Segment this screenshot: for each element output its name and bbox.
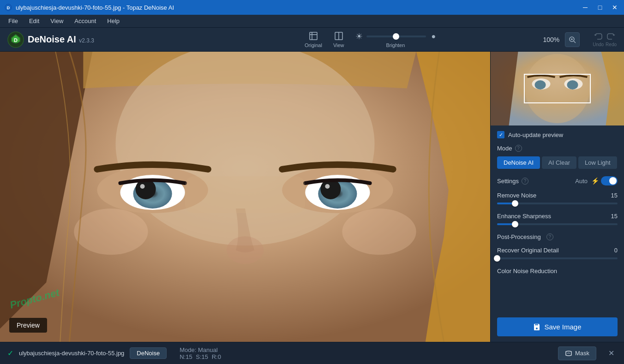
svg-point-24 xyxy=(74,209,148,255)
menu-bar: File Edit View Account Help xyxy=(0,15,624,28)
file-check-icon: ✓ xyxy=(7,349,13,358)
mode-row: Mode ? xyxy=(497,145,618,152)
minimize-button[interactable]: ─ xyxy=(581,4,590,11)
face-svg xyxy=(0,52,490,342)
remove-noise-value: 15 xyxy=(611,192,618,199)
tab-ai-clear[interactable]: AI Clear xyxy=(542,156,576,169)
mask-button[interactable]: Mask xyxy=(558,346,596,360)
menu-help[interactable]: Help xyxy=(102,16,124,26)
undo-redo-group: Undo Redo xyxy=(593,32,617,47)
undo-button[interactable]: Undo xyxy=(593,32,604,47)
panel-content: ✓ Auto-update preview Mode ? DeNoise AI … xyxy=(491,125,624,312)
post-processing-label: Post-Processing xyxy=(497,233,541,240)
menu-account[interactable]: Account xyxy=(70,16,101,26)
svg-text:D: D xyxy=(7,6,10,10)
denoise-badge-button[interactable]: DeNoise xyxy=(130,347,167,359)
s-value: S:15 xyxy=(196,353,208,360)
thumbnail-selection xyxy=(524,74,591,103)
tab-low-light[interactable]: Low Light xyxy=(578,156,617,169)
enhance-sharpness-section: Enhance Sharpness 15 xyxy=(497,213,618,225)
enhance-sharpness-value: 15 xyxy=(611,213,618,220)
post-processing-help-icon[interactable]: ? xyxy=(546,233,553,240)
mode-text: Mode: Manual xyxy=(180,346,217,353)
auto-update-row: ✓ Auto-update preview xyxy=(497,131,618,138)
mode-label: Mode xyxy=(497,145,512,152)
settings-help-icon[interactable]: ? xyxy=(522,178,528,185)
mode-info: Mode: Manual N:15 S:15 R:0 xyxy=(180,346,221,360)
image-area[interactable]: Preview Propto.net xyxy=(0,52,490,342)
app-name-group: DeNoise AI v2.3.3 xyxy=(28,34,94,45)
auto-toggle: ⚡ xyxy=(591,176,618,185)
mode-help-icon[interactable]: ? xyxy=(515,145,522,152)
toolbar-right: 100% Undo Redo xyxy=(541,32,617,47)
sun-icon: ☀ xyxy=(355,31,363,42)
thumbnail-area xyxy=(491,52,624,125)
redo-label: Redo xyxy=(606,42,617,47)
svg-point-25 xyxy=(342,209,416,255)
post-processing-row: Post-Processing ? xyxy=(497,233,618,240)
title-bar-text: ulybajuschiesja-devushki-70-foto-55.jpg … xyxy=(16,4,174,11)
auto-toggle-switch[interactable] xyxy=(601,176,618,185)
toolbar-center: Original View ☀ ● Brighten xyxy=(305,31,436,48)
file-name: ulybajuschiesja-devushki-70-foto-55.jpg xyxy=(19,350,124,357)
enhance-sharpness-label: Enhance Sharpness xyxy=(497,213,551,220)
maximize-button[interactable]: □ xyxy=(595,4,605,11)
post-processing-section: Post-Processing ? Recover Original Detai… xyxy=(497,233,618,274)
original-button[interactable]: Original xyxy=(305,31,322,48)
content-area: Preview Propto.net xyxy=(0,52,624,342)
save-image-button[interactable]: Save Image xyxy=(497,317,618,336)
settings-label: Settings xyxy=(497,178,519,185)
menu-file[interactable]: File xyxy=(4,16,23,26)
lightning-icon: ⚡ xyxy=(591,177,599,185)
zoom-fit-button[interactable] xyxy=(565,32,580,47)
svg-point-22 xyxy=(325,184,330,189)
original-label: Original xyxy=(305,42,322,48)
svg-rect-26 xyxy=(185,176,305,213)
settings-auto-label: Auto xyxy=(575,178,588,185)
svg-rect-4 xyxy=(310,32,317,40)
mask-label: Mask xyxy=(575,350,589,357)
enhance-sharpness-thumb[interactable] xyxy=(512,221,518,227)
menu-edit[interactable]: Edit xyxy=(24,16,44,26)
title-bar-left: D ulybajuschiesja-devushki-70-foto-55.jp… xyxy=(5,4,174,11)
right-panel: ✓ Auto-update preview Mode ? DeNoise AI … xyxy=(490,52,624,342)
r-value: R:0 xyxy=(212,353,221,360)
remove-noise-thumb[interactable] xyxy=(512,200,518,207)
title-bar-controls: ─ □ ✕ xyxy=(581,4,619,11)
auto-update-label: Auto-update preview xyxy=(508,131,563,138)
close-button[interactable]: ✕ xyxy=(610,4,619,11)
app-logo: D DeNoise AI v2.3.3 xyxy=(7,31,94,48)
svg-point-17 xyxy=(140,184,145,189)
remove-noise-track xyxy=(497,203,618,204)
preview-badge: Preview xyxy=(9,318,47,333)
save-image-label: Save Image xyxy=(544,323,581,331)
brighten-slider[interactable] xyxy=(366,36,426,37)
recover-detail-thumb[interactable] xyxy=(494,255,500,262)
redo-button[interactable]: Redo xyxy=(606,32,617,47)
toggle-knob xyxy=(609,177,617,185)
menu-view[interactable]: View xyxy=(46,16,68,26)
recover-detail-track xyxy=(497,257,618,259)
tab-denoise-ai[interactable]: DeNoise AI xyxy=(497,156,540,169)
recover-detail-label-row: Recover Original Detail 0 xyxy=(497,247,618,254)
n-value: N:15 xyxy=(180,353,192,360)
logo-icon: D xyxy=(7,31,24,48)
brighten-label: Brighten xyxy=(386,42,405,48)
recover-detail-label: Recover Original Detail xyxy=(497,247,559,254)
settings-row: Settings ? Auto ⚡ xyxy=(497,176,618,185)
recover-detail-value: 0 xyxy=(614,247,618,254)
enhance-sharpness-label-row: Enhance Sharpness 15 xyxy=(497,213,618,220)
undo-label: Undo xyxy=(593,42,604,47)
title-bar: D ulybajuschiesja-devushki-70-foto-55.jp… xyxy=(0,0,624,15)
app-name: DeNoise AI xyxy=(28,34,76,44)
remove-noise-section: Remove Noise 15 xyxy=(497,192,618,204)
enhance-sharpness-track xyxy=(497,223,618,225)
brighten-controls: ☀ ● xyxy=(355,31,436,42)
recover-detail-section: Recover Original Detail 0 xyxy=(497,247,618,259)
view-button[interactable]: View xyxy=(333,31,344,48)
auto-update-checkbox[interactable]: ✓ xyxy=(497,131,504,138)
close-bottom-button[interactable]: ✕ xyxy=(606,348,617,359)
zoom-value: 100% xyxy=(541,36,559,43)
remove-noise-label-row: Remove Noise 15 xyxy=(497,192,618,199)
app-version: v2.3.3 xyxy=(79,37,94,44)
